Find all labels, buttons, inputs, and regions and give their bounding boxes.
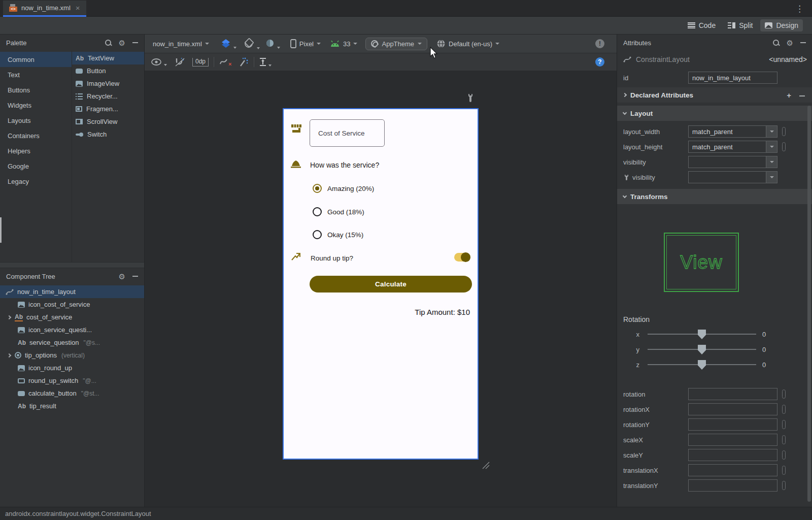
pack-button[interactable] [259,57,272,67]
rotation-x-slider[interactable] [648,334,756,335]
dropdown-button[interactable] [766,156,777,168]
radio-option-amazing[interactable]: Amazing (20%) [313,184,374,193]
close-icon[interactable]: × [76,4,80,12]
file-dropdown[interactable]: now_in_time.xml [153,40,209,48]
phone-preview[interactable]: Cost of Service How was the service? Ama… [283,108,479,460]
help-icon[interactable]: ? [595,57,604,67]
theme-dropdown[interactable]: AppTheme [365,38,427,50]
rotationx-input[interactable] [688,403,777,415]
hide-panel-icon[interactable] [800,42,806,43]
calculate-button[interactable]: Calculate [310,276,472,292]
remove-attribute-icon[interactable] [799,91,805,100]
attributes-scrollbar[interactable] [807,106,811,502]
palette-category-containers[interactable]: Containers [0,128,72,143]
cost-of-service-field[interactable]: Cost of Service [310,119,385,147]
palette-category-text[interactable]: Text [0,67,72,82]
attribute-flag-icon[interactable] [782,127,786,136]
tools-visibility-dropdown[interactable] [688,171,777,183]
design-surface-button[interactable] [220,39,236,49]
design-mode-button[interactable]: Design [760,19,803,31]
radio-selected-icon[interactable] [313,184,322,193]
canvas-resize-handle[interactable] [482,461,490,469]
scalex-input[interactable] [688,434,777,446]
round-up-switch[interactable] [454,253,469,262]
transforms-section-header[interactable]: Transforms [617,189,812,204]
search-icon[interactable] [772,39,780,46]
palette-item-textview[interactable]: Ab TextView [72,52,144,64]
attribute-flag-icon[interactable] [782,420,786,429]
tree-item-icon-cost-of-service[interactable]: icon_cost_of_service [0,298,144,311]
tree-item-calculate-button[interactable]: calculate_button "@st... [0,387,144,400]
tree-item-round-up-switch[interactable]: round_up_switch "@... [0,374,144,387]
slider-thumb[interactable] [698,345,706,354]
attribute-flag-icon[interactable] [782,435,786,444]
palette-category-google[interactable]: Google [0,158,72,174]
chevron-right-icon[interactable] [7,353,11,357]
hide-panel-icon[interactable] [132,276,138,277]
rotation-z-slider[interactable] [648,364,756,365]
api-dropdown[interactable]: 33 [330,40,357,48]
gear-icon[interactable]: ⚙ [119,273,125,280]
palette-category-legacy[interactable]: Legacy [0,174,72,189]
palette-scrollbar[interactable] [0,217,2,243]
add-attribute-icon[interactable]: + [787,91,791,100]
split-mode-button[interactable]: Split [723,19,757,31]
hide-panel-icon[interactable] [132,42,138,43]
locale-dropdown[interactable]: Default (en-us) [436,39,499,48]
device-dropdown[interactable]: Pixel [290,39,321,48]
scaley-input[interactable] [688,449,777,461]
layout-width-dropdown[interactable]: match_parent [688,125,777,138]
chevron-right-icon[interactable] [7,315,11,319]
dropdown-button[interactable] [766,172,777,183]
infer-constraints-button[interactable] [238,57,249,67]
tree-item-icon-round-up[interactable]: icon_round_up [0,362,144,374]
issues-icon[interactable]: ! [595,39,604,48]
visibility-dropdown[interactable] [688,156,777,168]
layout-height-dropdown[interactable]: match_parent [688,141,777,153]
tree-item-tip-result[interactable]: Ab tip_result [0,400,144,412]
palette-category-buttons[interactable]: Buttons [0,82,72,98]
palette-category-helpers[interactable]: Helpers [0,143,72,158]
slider-thumb[interactable] [698,330,706,339]
tree-item-icon-service-question[interactable]: icon_service_questi... [0,323,144,336]
translationx-input[interactable] [688,464,777,476]
radio-unselected-icon[interactable] [313,230,322,239]
rotation-y-slider[interactable] [648,349,756,350]
palette-category-widgets[interactable]: Widgets [0,98,72,113]
palette-item-fragment[interactable]: Fragmen... [72,103,144,115]
palette-item-scrollview[interactable]: ScrollView [72,115,144,128]
view-options-button[interactable] [151,58,167,66]
id-input[interactable]: now_in_time_layout [688,72,777,84]
night-mode-button[interactable] [265,39,280,49]
attribute-flag-icon[interactable] [782,142,786,151]
default-margin-button[interactable]: 0dp [192,58,209,67]
dropdown-button[interactable] [766,126,777,137]
palette-item-button[interactable]: Button [72,64,144,77]
autoconnect-button[interactable] [174,57,185,67]
kebab-menu-icon[interactable]: ⋮ [792,3,807,15]
tree-item-cost-of-service[interactable]: Ab cost_of_service [0,311,144,323]
orientation-button[interactable] [243,38,260,49]
translationy-input[interactable] [688,479,777,492]
attribute-flag-icon[interactable] [782,405,786,414]
tree-item-tip-options[interactable]: tip_options (vertical) [0,349,144,362]
transform-view-preview[interactable]: View [664,233,739,292]
radio-option-good[interactable]: Good (18%) [313,207,364,216]
attribute-flag-icon[interactable] [782,389,786,399]
attribute-flag-icon[interactable] [782,466,786,475]
palette-item-imageview[interactable]: ImageView [72,77,144,90]
attribute-flag-icon[interactable] [782,481,786,490]
palette-item-switch[interactable]: Switch [72,128,144,141]
palette-category-layouts[interactable]: Layouts [0,113,72,128]
panel-splitter[interactable] [0,262,144,268]
search-icon[interactable] [105,39,112,46]
code-mode-button[interactable]: Code [683,19,720,31]
attribute-flag-icon[interactable] [782,450,786,460]
tree-item-service-question[interactable]: Ab service_question "@s... [0,336,144,349]
tree-item-root-layout[interactable]: now_in_time_layout [0,285,144,298]
clear-constraints-button[interactable]: × [219,57,231,67]
radio-option-okay[interactable]: Okay (15%) [313,230,363,239]
palette-item-recyclerview[interactable]: Recycler... [72,90,144,103]
layout-section-header[interactable]: Layout [617,106,812,121]
radio-unselected-icon[interactable] [313,207,322,216]
